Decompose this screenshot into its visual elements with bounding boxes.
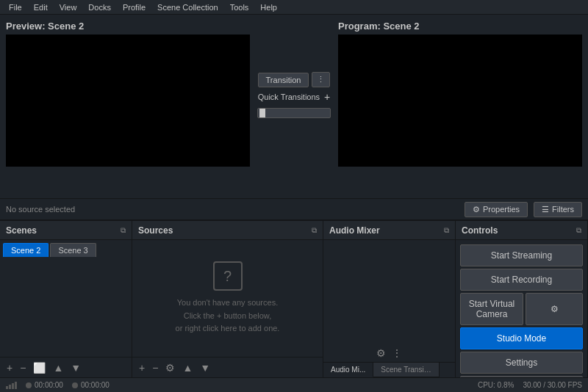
- menu-scene-collection[interactable]: Scene Collection: [151, 2, 224, 12]
- virtual-camera-settings-button[interactable]: ⚙: [526, 293, 583, 325]
- virtual-camera-row: Start Virtual Camera ⚙: [460, 293, 583, 325]
- no-source-text: No source selected: [6, 205, 459, 214]
- scenes-config-button[interactable]: ⬜: [31, 362, 48, 374]
- cpu-label: CPU: 0.8%: [478, 381, 514, 389]
- menu-help[interactable]: Help: [254, 2, 283, 12]
- gear-icon: ⚙: [473, 205, 480, 214]
- quick-transitions-label: Quick Transitions: [258, 92, 320, 101]
- transition-slider-container: [257, 108, 331, 118]
- signal-bars: [6, 382, 17, 389]
- scenes-add-button[interactable]: +: [4, 362, 15, 374]
- menu-view[interactable]: View: [54, 2, 83, 12]
- studio-mode-button[interactable]: Studio Mode: [460, 327, 583, 349]
- fps-status: 30.00 / 30.00 FPS: [523, 381, 582, 389]
- audio-more-button[interactable]: ⋮: [392, 347, 402, 359]
- filters-tab[interactable]: ☰ Filters: [534, 202, 582, 217]
- sources-config-button[interactable]: ⚙: [163, 362, 177, 374]
- preview-title: Preview: Scene 2: [6, 21, 250, 32]
- status-bar: 00:00:00 00:00:00 CPU: 0.8% 30.00 / 30.0…: [0, 377, 588, 392]
- scenes-tabs: Scene 2 Scene 3: [0, 240, 132, 257]
- controls-content: Start Streaming Start Recording Start Vi…: [456, 240, 587, 377]
- main-area: Preview: Scene 2 Transition ⋮ Quick Tran…: [0, 15, 588, 377]
- add-quick-transition-button[interactable]: +: [324, 92, 330, 102]
- controls-title: Controls: [462, 225, 498, 236]
- record-time-status: 00:00:00: [72, 381, 110, 389]
- start-recording-button[interactable]: Start Recording: [460, 269, 583, 291]
- scenes-content: Scene 2 Scene 3: [0, 240, 132, 357]
- scenes-footer: + − ⬜ ▲ ▼: [0, 357, 132, 377]
- filter-icon: ☰: [542, 205, 549, 214]
- audio-mixer-panel: Audio Mixer ⧉ ⚙ ⋮ Audio Mi... Scene Tran…: [323, 221, 456, 377]
- scene-tab-1[interactable]: Scene 2: [3, 243, 49, 257]
- controls-buttons: Start Streaming Start Recording Start Vi…: [456, 240, 587, 377]
- stream-time-status: 00:00:00: [26, 381, 63, 389]
- record-dot: [72, 382, 78, 388]
- menu-edit[interactable]: Edit: [28, 2, 54, 12]
- previews-row: Preview: Scene 2 Transition ⋮ Quick Tran…: [0, 15, 588, 198]
- audio-undock-button[interactable]: ⧉: [444, 226, 449, 235]
- audio-content: [323, 240, 455, 344]
- sources-panel: Sources ⧉ ? You don't have any sources.C…: [132, 221, 323, 377]
- controls-undock-button[interactable]: ⧉: [576, 226, 581, 235]
- cpu-status: CPU: 0.8%: [478, 381, 514, 389]
- signal-bar-3: [12, 383, 14, 389]
- menu-profile[interactable]: Profile: [117, 2, 151, 12]
- transition-slider-bar[interactable]: [257, 108, 331, 118]
- exit-button[interactable]: Exit: [460, 376, 583, 377]
- scenes-title: Scenes: [6, 225, 37, 236]
- program-title: Program: Scene 2: [338, 21, 582, 32]
- quick-transitions-row: Quick Transitions +: [250, 92, 338, 102]
- scene-transitions-dock-tab[interactable]: Scene Transiti...: [373, 363, 440, 377]
- sources-undock-button[interactable]: ⧉: [312, 226, 317, 235]
- audio-dock-tab[interactable]: Audio Mi...: [323, 363, 373, 377]
- signal-bar-4: [15, 382, 17, 389]
- settings-button[interactable]: Settings: [460, 352, 583, 374]
- scenes-up-button[interactable]: ▲: [51, 362, 65, 374]
- sources-empty-text: You don't have any sources.Click the + b…: [176, 297, 280, 335]
- scenes-header: Scenes ⧉: [0, 221, 132, 240]
- menu-bar: File Edit View Docks Profile Scene Colle…: [0, 0, 588, 15]
- sources-up-button[interactable]: ▲: [180, 362, 195, 374]
- preview-section: Preview: Scene 2: [6, 21, 250, 167]
- properties-tab[interactable]: ⚙ Properties: [465, 202, 528, 217]
- transition-panel: Transition ⋮ Quick Transitions +: [250, 21, 338, 118]
- scenes-remove-button[interactable]: −: [18, 362, 28, 374]
- stream-time: 00:00:00: [35, 381, 63, 389]
- sources-content: ? You don't have any sources.Click the +…: [132, 240, 323, 357]
- audio-title: Audio Mixer: [329, 225, 380, 236]
- scene-tab-2[interactable]: Scene 3: [50, 243, 96, 257]
- sources-add-button[interactable]: +: [137, 362, 147, 374]
- menu-docks[interactable]: Docks: [82, 2, 117, 12]
- menu-tools[interactable]: Tools: [224, 2, 255, 12]
- transition-button[interactable]: Transition: [258, 73, 309, 87]
- sources-footer: + − ⚙ ▲ ▼: [132, 357, 323, 377]
- stream-dot: [26, 382, 32, 388]
- menu-file[interactable]: File: [3, 2, 28, 12]
- audio-icons: ⚙ ⋮: [323, 344, 455, 362]
- scenes-undock-button[interactable]: ⧉: [121, 226, 126, 235]
- start-virtual-camera-button[interactable]: Start Virtual Camera: [460, 293, 523, 325]
- controls-header: Controls ⧉: [456, 221, 587, 240]
- center-area: Preview: Scene 2 Transition ⋮ Quick Tran…: [0, 15, 588, 377]
- bottom-panels: Scenes ⧉ Scene 2 Scene 3 + − ⬜ ▲ ▼: [0, 220, 588, 377]
- transition-more-button[interactable]: ⋮: [312, 72, 330, 87]
- transition-row: Transition ⋮: [258, 72, 331, 87]
- audio-settings-button[interactable]: ⚙: [376, 347, 386, 359]
- transition-slider-thumb: [259, 109, 265, 117]
- program-section: Program: Scene 2: [338, 21, 582, 167]
- audio-header: Audio Mixer ⧉: [323, 221, 455, 240]
- controls-panel: Controls ⧉ Start Streaming Start Recordi…: [456, 221, 588, 377]
- sources-empty-state: ? You don't have any sources.Click the +…: [132, 240, 323, 357]
- fps-label: 30.00 / 30.00 FPS: [523, 381, 582, 389]
- preview-screen: [6, 35, 250, 167]
- sources-down-button[interactable]: ▼: [198, 362, 212, 374]
- scenes-down-button[interactable]: ▼: [68, 362, 83, 374]
- source-bar: No source selected ⚙ Properties ☰ Filter…: [0, 198, 588, 220]
- dock-tabs: Audio Mi... Scene Transiti...: [323, 362, 455, 377]
- signal-bar-2: [9, 385, 11, 389]
- start-streaming-button[interactable]: Start Streaming: [460, 244, 583, 266]
- question-mark-icon: ?: [213, 261, 243, 291]
- sources-title: Sources: [138, 225, 173, 236]
- signal-bar-1: [6, 386, 8, 389]
- sources-remove-button[interactable]: −: [150, 362, 160, 374]
